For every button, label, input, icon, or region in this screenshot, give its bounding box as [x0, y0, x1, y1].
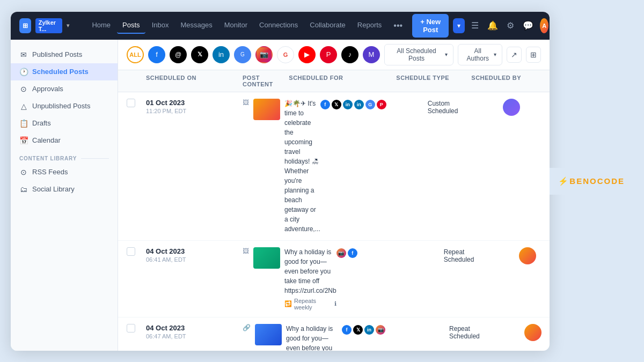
drafts-icon: 📋: [19, 119, 28, 128]
nav-logo[interactable]: ⊞ Zylker T... ▾: [19, 18, 69, 33]
scheduled-time: 06:47 AM, EDT: [146, 333, 243, 339]
main-layout: ✉ Published Posts 🕐 Scheduled Posts ⊙ Ap…: [11, 40, 550, 351]
row-checkbox[interactable]: [127, 324, 135, 333]
nav-link-reports[interactable]: Reports: [352, 18, 387, 34]
authors-filter-chevron: ▾: [494, 51, 496, 57]
social-icon-facebook: f: [342, 325, 352, 335]
header-scheduled-by: SCHEDULED BY: [471, 75, 541, 87]
tab-pinterest[interactable]: P: [320, 46, 337, 63]
footer-brand: ⚡BENOCODE: [550, 168, 633, 195]
tab-facebook[interactable]: f: [148, 46, 165, 63]
social-icon-facebook: f: [320, 100, 330, 109]
tab-youtube[interactable]: ▶: [298, 46, 316, 63]
sidebar-item-social-library[interactable]: 🗂 Social Library: [11, 181, 118, 198]
post-content-cell: 🔗 Why a holiday is good for you—even bef…: [243, 324, 342, 351]
scheduled-by-cell: [503, 99, 550, 116]
tab-tiktok[interactable]: ♪: [341, 46, 358, 63]
table-row: 04 Oct 2023 06:41 AM, EDT 🖼 Why a holida…: [118, 241, 550, 317]
author-avatar: [503, 99, 520, 116]
all-scheduled-filter[interactable]: All Scheduled Posts ▾: [384, 44, 453, 65]
post-text: Why a holiday is good for you—even befor…: [286, 324, 342, 351]
published-posts-icon: ✉: [19, 50, 28, 59]
post-content-cell: 🖼 Why a holiday is good for you—even bef…: [243, 247, 336, 311]
all-authors-filter[interactable]: All Authors ▾: [458, 44, 502, 65]
tab-linkedin[interactable]: in: [213, 46, 230, 63]
nav-chevron-icon[interactable]: ▾: [67, 23, 69, 28]
schedule-type: RepeatScheduled: [449, 324, 524, 340]
sidebar-item-published-posts[interactable]: ✉ Published Posts: [11, 46, 118, 63]
tabs-right-actions: All Scheduled Posts ▾ All Authors ▾ ↗ ⊞: [384, 44, 541, 65]
social-icon-twitter: 𝕏: [332, 100, 341, 109]
nav-link-connections[interactable]: Connections: [254, 18, 303, 34]
nav-links: Home Posts Inbox Messages Monitor Connec…: [86, 18, 408, 34]
tab-instagram[interactable]: 📷: [255, 46, 273, 63]
sidebar-item-approvals[interactable]: ⊙ Approvals: [11, 80, 118, 98]
header-schedule-type: SCHEDULE TYPE: [396, 75, 471, 87]
settings-icon[interactable]: ⚙: [504, 18, 516, 33]
post-type-icon: 🔗: [243, 324, 251, 331]
nav-link-collaborate[interactable]: Collaborate: [304, 18, 351, 34]
tab-threads[interactable]: @: [170, 46, 187, 63]
header-checkbox: [127, 75, 146, 87]
nav-link-posts[interactable]: Posts: [117, 18, 145, 34]
notification-icon[interactable]: 🔔: [485, 18, 500, 33]
sidebar-item-unpublished-posts[interactable]: △ Unpublished Posts: [11, 98, 118, 115]
unpublished-icon: △: [19, 102, 28, 110]
posts-table: SCHEDULED ON POST CONTENT SCHEDULED FOR …: [118, 70, 550, 351]
post-text: Why a holiday is good for you—even befor…: [284, 247, 336, 295]
social-icons-cell: 📷 f: [336, 247, 444, 258]
tab-mastodon[interactable]: M: [363, 46, 380, 63]
social-library-icon: 🗂: [19, 185, 28, 194]
social-icon-facebook: f: [348, 248, 357, 258]
nav-right: + New Post ▾ ☰ 🔔 ⚙ 💬 A ⠿: [412, 14, 550, 38]
post-text: 🎉🌴✈ It's time to celebrate the upcoming …: [284, 99, 320, 234]
top-nav: ⊞ Zylker T... ▾ Home Posts Inbox Message…: [11, 12, 550, 40]
header-scheduled-on: SCHEDULED ON: [146, 75, 243, 87]
table-row: 04 Oct 2023 06:47 AM, EDT 🔗 Why a holida…: [118, 317, 550, 351]
tab-twitter[interactable]: 𝕏: [191, 46, 208, 63]
nav-link-monitor[interactable]: Monitor: [219, 18, 253, 34]
repeat-badge: 🔁 Repeats weekly ℹ: [284, 298, 336, 311]
scheduled-filter-chevron: ▾: [445, 51, 448, 57]
row-checkbox[interactable]: [127, 99, 135, 107]
chat-icon[interactable]: 💬: [521, 18, 536, 33]
brand-badge: Zylker T...: [35, 18, 63, 33]
schedule-type: RepeatScheduled: [444, 247, 519, 263]
author-avatar: [519, 247, 536, 264]
nav-more-dots[interactable]: •••: [388, 18, 408, 34]
nav-link-inbox[interactable]: Inbox: [147, 18, 174, 34]
social-tabs-bar: ALL f @ 𝕏 in G 📷 G ▶ P ♪ M All Scheduled…: [118, 40, 550, 70]
user-avatar[interactable]: A: [540, 18, 548, 33]
scheduled-date: 01 Oct 2023: [146, 99, 243, 107]
row-checkbox[interactable]: [127, 247, 135, 256]
tab-gbusiness[interactable]: G: [234, 46, 251, 63]
nav-link-messages[interactable]: Messages: [175, 18, 217, 34]
approvals-icon: ⊙: [19, 85, 28, 93]
post-thumbnail: [253, 247, 280, 269]
new-post-button[interactable]: + New Post: [412, 14, 449, 38]
sidebar-item-calendar[interactable]: 📅 Calendar: [11, 132, 118, 149]
scheduled-by-cell: [524, 324, 550, 341]
new-post-dropdown[interactable]: ▾: [453, 18, 465, 33]
menu-icon[interactable]: ☰: [469, 18, 481, 33]
scheduled-by-cell: [519, 247, 550, 264]
calendar-icon: 📅: [19, 136, 28, 145]
social-icon-twitter: 𝕏: [353, 325, 363, 335]
rss-icon: ⊙: [19, 168, 28, 176]
sidebar-item-drafts[interactable]: 📋 Drafts: [11, 115, 118, 132]
table-header: SCHEDULED ON POST CONTENT SCHEDULED FOR …: [118, 70, 550, 92]
logo-icon: ⊞: [19, 18, 31, 33]
sidebar-item-rss-feeds[interactable]: ⊙ RSS Feeds: [11, 164, 118, 181]
nav-link-home[interactable]: Home: [86, 18, 116, 34]
social-icon-linkedin2: in: [354, 100, 364, 109]
app-container: ⊞ Zylker T... ▾ Home Posts Inbox Message…: [11, 12, 550, 351]
social-icons-cell: f 𝕏 in in G P: [320, 99, 428, 109]
view-options-icon[interactable]: ⊞: [526, 47, 541, 63]
export-icon[interactable]: ↗: [507, 47, 522, 63]
table-row: 01 Oct 2023 11:20 PM, EDT 🖼 🎉🌴✈ It's tim…: [118, 92, 550, 241]
tab-google[interactable]: G: [277, 46, 294, 63]
scheduled-posts-icon: 🕐: [19, 68, 28, 76]
sidebar-item-scheduled-posts[interactable]: 🕐 Scheduled Posts: [11, 63, 118, 80]
post-thumbnail: [255, 324, 282, 345]
tab-all[interactable]: ALL: [127, 46, 144, 63]
